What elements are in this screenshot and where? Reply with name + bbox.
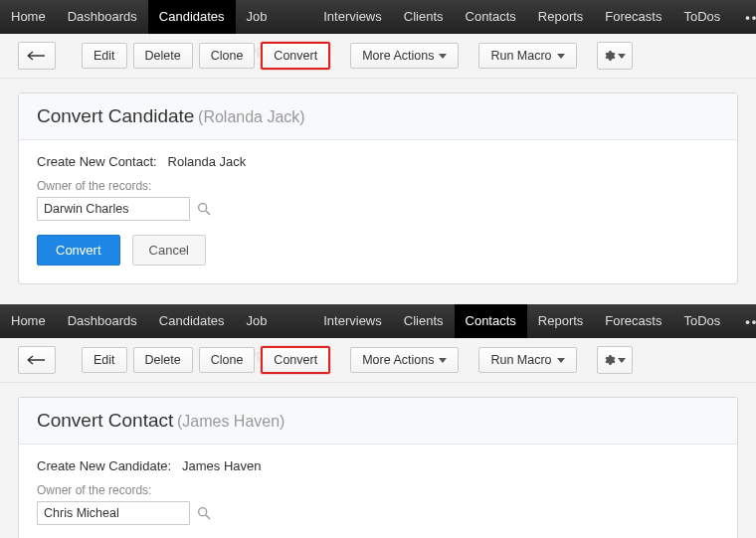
nav-candidates[interactable]: Candidates — [148, 0, 236, 34]
top-nav-2: Home Dashboards Candidates Job Openings … — [0, 304, 756, 338]
nav-interviews[interactable]: Interviews — [312, 0, 393, 34]
delete-button[interactable]: Delete — [133, 347, 193, 373]
toolbar-2: Edit Delete Clone Convert More Actions R… — [0, 338, 756, 383]
run-macro-button[interactable]: Run Macro — [478, 347, 576, 373]
nav-interviews[interactable]: Interviews — [312, 304, 393, 338]
nav-job-openings[interactable]: Job Openings — [236, 304, 313, 338]
edit-button[interactable]: Edit — [82, 347, 127, 373]
convert-submit-button[interactable]: Convert — [37, 235, 120, 266]
nav-reports[interactable]: Reports — [527, 0, 595, 34]
owner-label: Owner of the records: — [37, 179, 719, 193]
lookup-icon[interactable] — [196, 201, 212, 217]
convert-button[interactable]: Convert — [261, 346, 330, 374]
caret-down-icon — [618, 54, 626, 59]
caret-down-icon — [618, 358, 626, 363]
arrow-left-icon — [27, 51, 47, 61]
panel-subtitle: (Rolanda Jack) — [198, 108, 305, 125]
caret-down-icon — [557, 358, 565, 363]
arrow-left-icon — [27, 355, 47, 365]
more-actions-button[interactable]: More Actions — [350, 347, 459, 373]
caret-down-icon — [439, 358, 447, 363]
edit-button[interactable]: Edit — [82, 43, 127, 69]
cancel-button[interactable]: Cancel — [132, 235, 206, 266]
owner-input[interactable] — [37, 501, 190, 525]
nav-reports[interactable]: Reports — [527, 304, 595, 338]
toolbar-1: Edit Delete Clone Convert More Actions R… — [0, 34, 756, 79]
nav-home[interactable]: Home — [0, 304, 57, 338]
svg-line-3 — [206, 515, 210, 519]
nav-clients[interactable]: Clients — [393, 304, 455, 338]
back-button[interactable] — [18, 42, 56, 70]
back-button[interactable] — [18, 346, 56, 374]
panel-header: Convert Candidate (Rolanda Jack) — [19, 93, 737, 140]
svg-line-1 — [206, 211, 210, 215]
create-value: James Haven — [182, 458, 261, 473]
content-2: Convert Contact (James Haven) Create New… — [0, 383, 756, 538]
nav-more-icon[interactable]: ••• — [731, 314, 756, 329]
nav-todos[interactable]: ToDos — [672, 0, 731, 34]
nav-home[interactable]: Home — [0, 0, 57, 34]
settings-button[interactable] — [597, 346, 633, 374]
more-actions-button[interactable]: More Actions — [350, 43, 459, 69]
nav-candidates[interactable]: Candidates — [148, 304, 236, 338]
convert-button[interactable]: Convert — [261, 42, 330, 70]
nav-more-icon[interactable]: ••• — [731, 10, 756, 25]
svg-point-2 — [199, 508, 207, 516]
panel-header: Convert Contact (James Haven) — [19, 398, 737, 445]
top-nav-1: Home Dashboards Candidates Job Openings … — [0, 0, 756, 34]
owner-label: Owner of the records: — [37, 483, 719, 497]
owner-input[interactable] — [37, 197, 190, 221]
nav-contacts[interactable]: Contacts — [455, 0, 527, 34]
nav-forecasts[interactable]: Forecasts — [594, 0, 672, 34]
nav-forecasts[interactable]: Forecasts — [594, 304, 672, 338]
delete-button[interactable]: Delete — [133, 43, 193, 69]
nav-dashboards[interactable]: Dashboards — [57, 0, 148, 34]
panel-subtitle: (James Haven) — [177, 413, 284, 430]
clone-button[interactable]: Clone — [199, 347, 256, 373]
create-value: Rolanda Jack — [168, 154, 247, 169]
run-macro-button[interactable]: Run Macro — [478, 43, 576, 69]
gear-icon — [604, 50, 616, 62]
clone-button[interactable]: Clone — [199, 43, 256, 69]
panel-title: Convert Contact — [37, 410, 173, 431]
create-label: Create New Contact: — [37, 154, 157, 169]
settings-button[interactable] — [597, 42, 633, 70]
convert-candidate-panel: Convert Candidate (Rolanda Jack) Create … — [18, 92, 738, 284]
create-label: Create New Candidate: — [37, 458, 171, 473]
caret-down-icon — [439, 54, 447, 59]
nav-dashboards[interactable]: Dashboards — [57, 304, 148, 338]
lookup-icon[interactable] — [196, 505, 212, 521]
convert-contact-panel: Convert Contact (James Haven) Create New… — [18, 397, 738, 538]
nav-contacts[interactable]: Contacts — [455, 304, 527, 338]
panel-title: Convert Candidate — [37, 105, 194, 126]
gear-icon — [604, 354, 616, 366]
nav-clients[interactable]: Clients — [393, 0, 455, 34]
content-1: Convert Candidate (Rolanda Jack) Create … — [0, 79, 756, 304]
nav-job-openings[interactable]: Job Openings — [236, 0, 313, 34]
nav-todos[interactable]: ToDos — [672, 304, 731, 338]
caret-down-icon — [557, 54, 565, 59]
svg-point-0 — [199, 204, 207, 212]
